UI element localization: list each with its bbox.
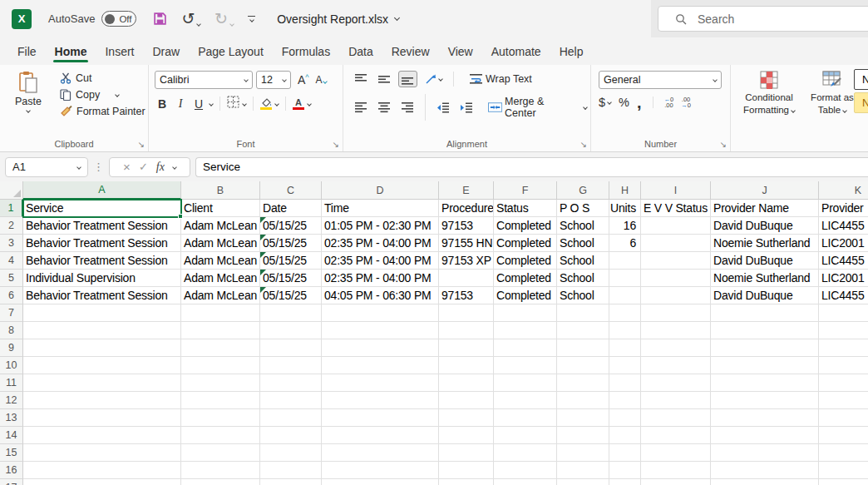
- cell-C7[interactable]: [260, 304, 322, 322]
- undo-chevron-icon[interactable]: [196, 22, 201, 27]
- cell-K14[interactable]: [819, 427, 868, 444]
- cell-D6[interactable]: 04:05 PM - 06:30 PM: [322, 287, 439, 304]
- cell-G12[interactable]: [557, 392, 609, 409]
- cell-A8[interactable]: [23, 322, 181, 339]
- cell-H9[interactable]: [609, 339, 641, 357]
- currency-button[interactable]: $: [599, 96, 611, 109]
- cell-K12[interactable]: [819, 392, 868, 409]
- cell-F12[interactable]: [494, 392, 557, 409]
- cell-I7[interactable]: [641, 304, 711, 322]
- cell-K3[interactable]: LIC2001: [819, 235, 868, 252]
- cell-H8[interactable]: [609, 322, 641, 339]
- cell-C13[interactable]: [260, 409, 322, 427]
- cell-D4[interactable]: 02:35 PM - 04:00 PM: [322, 252, 439, 270]
- formula-input[interactable]: Service: [195, 157, 868, 177]
- cell-I8[interactable]: [641, 322, 711, 339]
- cell-I17[interactable]: [641, 479, 711, 485]
- cell-A12[interactable]: [23, 392, 181, 409]
- row-header-14[interactable]: 14: [0, 427, 23, 444]
- cell-D7[interactable]: [322, 304, 439, 322]
- name-box[interactable]: A1: [5, 157, 88, 177]
- cell-I11[interactable]: [641, 374, 711, 392]
- row-header-16[interactable]: 16: [0, 462, 23, 479]
- cell-B10[interactable]: [181, 357, 260, 374]
- cell-H10[interactable]: [609, 357, 641, 374]
- cell-A1[interactable]: Service: [23, 200, 181, 217]
- tab-home[interactable]: Home: [46, 37, 96, 65]
- cell-F3[interactable]: Completed: [494, 235, 557, 252]
- cell-A3[interactable]: Behavior Treatment Session: [23, 235, 181, 252]
- cell-H1[interactable]: Units: [609, 200, 641, 217]
- cell-D13[interactable]: [322, 409, 439, 427]
- cancel-icon[interactable]: ×: [123, 160, 131, 174]
- cell-E3[interactable]: 97155 HN: [439, 235, 494, 252]
- cell-H12[interactable]: [609, 392, 641, 409]
- cell-I4[interactable]: [641, 252, 711, 270]
- cell-J16[interactable]: [711, 462, 819, 479]
- cell-E4[interactable]: 97153 XP: [439, 252, 494, 270]
- row-header-4[interactable]: 4: [0, 252, 23, 270]
- cell-D12[interactable]: [322, 392, 439, 409]
- row-header-12[interactable]: 12: [0, 392, 23, 409]
- cell-B15[interactable]: [181, 444, 260, 462]
- clipboard-dialog-launcher[interactable]: ↘: [138, 140, 145, 149]
- cell-G7[interactable]: [557, 304, 609, 322]
- cell-B9[interactable]: [181, 339, 260, 357]
- qat-overflow-button[interactable]: [248, 16, 255, 22]
- cell-I15[interactable]: [641, 444, 711, 462]
- select-all-corner[interactable]: [0, 181, 23, 200]
- cell-style-neutral[interactable]: N: [854, 92, 868, 113]
- cell-B6[interactable]: Adam McLean: [181, 287, 260, 304]
- cell-F2[interactable]: Completed: [494, 217, 557, 235]
- fx-chevron-icon[interactable]: [172, 165, 177, 170]
- cell-C10[interactable]: [260, 357, 322, 374]
- column-header-D[interactable]: D: [322, 181, 439, 200]
- cell-F9[interactable]: [494, 339, 557, 357]
- cell-D9[interactable]: [322, 339, 439, 357]
- cell-A6[interactable]: Behavior Treatment Session: [23, 287, 181, 304]
- wrap-text-button[interactable]: Wrap Text: [466, 71, 535, 87]
- tab-draw[interactable]: Draw: [143, 37, 189, 65]
- cell-K8[interactable]: [819, 322, 868, 339]
- percent-button[interactable]: %: [619, 96, 629, 109]
- column-header-K[interactable]: K: [819, 181, 868, 200]
- cell-J17[interactable]: [711, 479, 819, 485]
- cell-C9[interactable]: [260, 339, 322, 357]
- cell-B12[interactable]: [181, 392, 260, 409]
- row-header-5[interactable]: 5: [0, 270, 23, 287]
- row-header-1[interactable]: 1: [0, 200, 23, 217]
- cell-A15[interactable]: [23, 444, 181, 462]
- fill-color-button[interactable]: [260, 98, 272, 110]
- cell-A17[interactable]: [23, 479, 181, 485]
- document-title-control[interactable]: Oversight Report.xlsx: [277, 12, 399, 26]
- cell-J13[interactable]: [711, 409, 819, 427]
- align-top-button[interactable]: [352, 71, 371, 87]
- cell-A5[interactable]: Individual Supervision: [23, 270, 181, 287]
- cell-G14[interactable]: [557, 427, 609, 444]
- cell-I9[interactable]: [641, 339, 711, 357]
- cell-A2[interactable]: Behavior Treatment Session: [23, 217, 181, 235]
- cell-H15[interactable]: [609, 444, 641, 462]
- cell-J3[interactable]: Noemie Sutherland: [711, 235, 819, 252]
- cell-G8[interactable]: [557, 322, 609, 339]
- paste-button[interactable]: Paste: [7, 71, 50, 136]
- cell-C5[interactable]: 05/15/25: [260, 270, 322, 287]
- align-left-button[interactable]: [352, 99, 371, 116]
- row-header-6[interactable]: 6: [0, 287, 23, 304]
- orientation-button[interactable]: [422, 71, 446, 87]
- row-header-13[interactable]: 13: [0, 409, 23, 427]
- fill-handle[interactable]: [178, 214, 183, 219]
- tab-file[interactable]: File: [8, 37, 46, 65]
- tab-insert[interactable]: Insert: [96, 37, 143, 65]
- cell-A9[interactable]: [23, 339, 181, 357]
- cell-B16[interactable]: [181, 462, 260, 479]
- cell-K13[interactable]: [819, 409, 868, 427]
- cell-H5[interactable]: [609, 270, 641, 287]
- redo-button[interactable]: ↺: [215, 12, 234, 26]
- cell-D8[interactable]: [322, 322, 439, 339]
- cell-J15[interactable]: [711, 444, 819, 462]
- font-color-button[interactable]: A: [293, 98, 304, 110]
- cell-E7[interactable]: [439, 304, 494, 322]
- underline-chevron-icon[interactable]: [209, 101, 214, 106]
- cell-C11[interactable]: [260, 374, 322, 392]
